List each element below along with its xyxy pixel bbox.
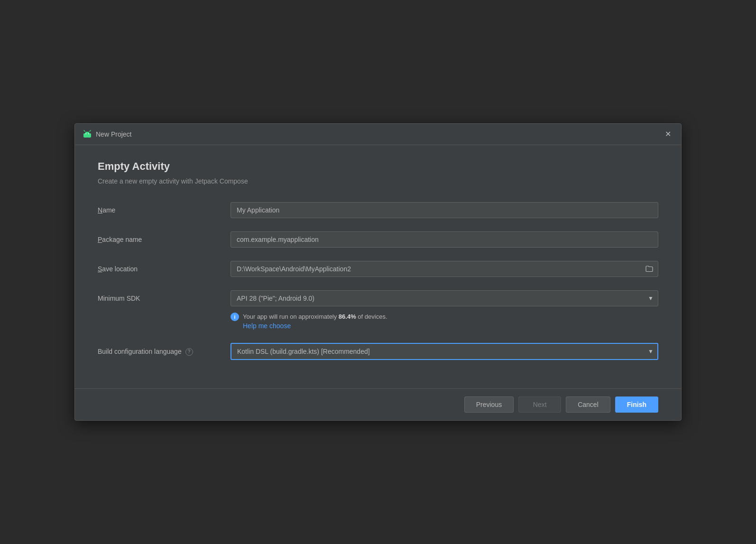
dialog-titlebar: New Project ✕	[75, 124, 681, 145]
android-studio-icon	[83, 129, 92, 139]
dialog-title: New Project	[96, 130, 131, 138]
dialog-footer: Previous Next Cancel Finish	[75, 388, 681, 420]
build-config-select[interactable]: Kotlin DSL (build.gradle.kts) [Recommend…	[230, 343, 658, 360]
location-input-wrapper	[230, 261, 658, 277]
build-config-row: Build configuration language ? Kotlin DS…	[98, 343, 658, 360]
svg-point-3	[88, 133, 89, 134]
previous-button[interactable]: Previous	[464, 396, 514, 413]
finish-button[interactable]: Finish	[615, 396, 658, 413]
package-label: Package name	[98, 236, 230, 243]
min-sdk-row: Minimum SDK API 28 ("Pie"; Android 9.0) …	[98, 290, 658, 306]
sdk-hint-text: Your app will run on approximately 86.4%…	[243, 312, 387, 322]
package-input[interactable]	[230, 231, 658, 248]
sdk-hint-box: i Your app will run on approximately 86.…	[230, 312, 658, 330]
help-me-choose-link[interactable]: Help me choose	[243, 322, 387, 330]
package-field	[230, 231, 658, 248]
min-sdk-select[interactable]: API 28 ("Pie"; Android 9.0) API 16 ("Jel…	[230, 290, 658, 306]
sdk-hint-content: Your app will run on approximately 86.4%…	[243, 312, 387, 330]
save-location-row: Save location	[98, 261, 658, 277]
svg-line-4	[84, 130, 85, 131]
svg-point-2	[85, 133, 86, 134]
min-sdk-label: Minimum SDK	[98, 295, 230, 302]
next-button[interactable]: Next	[518, 396, 561, 413]
section-subtitle: Create a new empty activity with Jetpack…	[98, 177, 658, 185]
min-sdk-select-wrapper: API 28 ("Pie"; Android 9.0) API 16 ("Jel…	[230, 290, 658, 306]
dialog-content: Empty Activity Create a new empty activi…	[75, 145, 681, 389]
build-config-field: Kotlin DSL (build.gradle.kts) [Recommend…	[230, 343, 658, 360]
name-label: Name	[98, 206, 230, 214]
section-title: Empty Activity	[98, 160, 658, 173]
name-row: Name	[98, 202, 658, 218]
sdk-hint-section: i Your app will run on approximately 86.…	[230, 312, 658, 330]
new-project-dialog: New Project ✕ Empty Activity Create a ne…	[74, 123, 682, 421]
build-config-select-wrapper: Kotlin DSL (build.gradle.kts) [Recommend…	[230, 343, 658, 360]
save-location-input[interactable]	[231, 261, 641, 277]
close-button[interactable]: ✕	[662, 129, 673, 140]
save-location-field	[230, 261, 658, 277]
package-row: Package name	[98, 231, 658, 248]
dialog-title-group: New Project	[83, 129, 131, 139]
build-config-label: Build configuration language ?	[98, 348, 230, 356]
save-location-label: Save location	[98, 265, 230, 273]
min-sdk-field: API 28 ("Pie"; Android 9.0) API 16 ("Jel…	[230, 290, 658, 306]
info-icon: i	[230, 313, 239, 321]
folder-icon	[645, 265, 653, 273]
browse-folder-button[interactable]	[641, 262, 658, 276]
cancel-button[interactable]: Cancel	[566, 396, 610, 413]
build-config-help-icon[interactable]: ?	[185, 348, 193, 356]
name-input[interactable]	[230, 202, 658, 218]
name-field	[230, 202, 658, 218]
svg-line-5	[90, 130, 91, 131]
